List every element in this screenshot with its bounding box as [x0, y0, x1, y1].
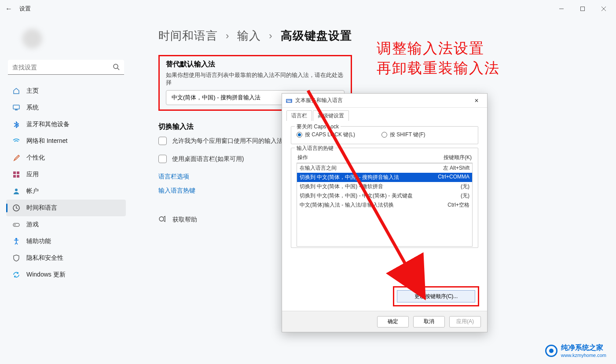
sidebar-item-system[interactable]: 系统: [6, 99, 126, 116]
search-input[interactable]: [8, 60, 124, 75]
override-title: 替代默认输入法: [166, 60, 345, 69]
keyboard-icon: [286, 97, 293, 104]
back-button[interactable]: ←: [4, 5, 14, 13]
svg-rect-20: [290, 100, 290, 101]
override-desc: 如果你想使用与语言列表中最靠前的输入法不同的输入法，请在此处选择: [166, 72, 345, 87]
ok-button[interactable]: 确定: [377, 316, 409, 328]
per-app-checkbox[interactable]: [158, 137, 167, 145]
svg-rect-8: [13, 171, 16, 174]
close-icon[interactable]: [594, 3, 613, 15]
wifi-icon: [12, 137, 20, 145]
sidebar-item-update[interactable]: Windows 更新: [6, 266, 126, 283]
col-keyseq: 按键顺序(K): [444, 154, 472, 161]
sidebar-item-privacy[interactable]: 隐私和安全性: [6, 250, 126, 266]
sidebar-item-label: 蓝牙和其他设备: [26, 120, 70, 128]
svg-point-15: [16, 238, 17, 240]
breadcrumb-input[interactable]: 输入: [237, 28, 261, 44]
svg-rect-1: [581, 7, 585, 11]
table-row[interactable]: 中文(简体)输入法 - 输入法/非输入法切换Ctrl+空格: [297, 200, 472, 210]
tab-advanced[interactable]: 高级键设置: [313, 110, 349, 121]
sidebar-item-label: 应用: [26, 171, 39, 178]
system-icon: [12, 104, 20, 112]
game-icon: [12, 221, 20, 229]
annotation-text: 调整输入法设置 再卸载重装输入法: [377, 39, 500, 78]
svg-rect-19: [288, 100, 289, 101]
sidebar-item-account[interactable]: 帐户: [6, 183, 126, 200]
svg-point-4: [114, 64, 118, 69]
chevron-right-icon: ›: [226, 30, 229, 42]
text-services-dialog: 文本服务和输入语言 ✕ 语言栏 高级键设置 要关闭 Caps Lock 按 CA…: [282, 93, 488, 332]
sidebar-item-label: 主页: [26, 87, 39, 95]
user-block: [10, 25, 122, 52]
table-row[interactable]: 切换到 中文(简体，中国) - 搜狗拼音输入法Ctrl+COMMA: [297, 173, 472, 182]
table-row[interactable]: 在输入语言之间左 Alt+Shift: [297, 164, 472, 173]
sidebar-item-label: 个性化: [26, 154, 45, 162]
watermark: 纯净系统之家 www.kzmyhome.com: [545, 343, 606, 358]
tab-langbar[interactable]: 语言栏: [286, 110, 312, 121]
minimize-icon[interactable]: [552, 3, 571, 15]
time-icon: [12, 204, 20, 212]
privacy-icon: [12, 254, 20, 262]
svg-point-16: [159, 217, 164, 221]
sidebar-item-label: 辅助功能: [26, 237, 51, 245]
langbar-checkbox[interactable]: [158, 155, 167, 163]
help-icon: [158, 215, 166, 224]
svg-rect-10: [13, 175, 16, 178]
sidebar-item-label: 网络和 Internet: [26, 137, 67, 145]
change-keyseq-button[interactable]: 更改按键顺序(C)...: [397, 290, 475, 302]
hotkey-table[interactable]: 在输入语言之间左 Alt+Shift切换到 中文(简体，中国) - 搜狗拼音输入…: [297, 163, 473, 247]
apply-button[interactable]: 应用(A): [449, 316, 481, 328]
sidebar-item-label: 系统: [26, 104, 39, 112]
sidebar-item-wifi[interactable]: 网络和 Internet: [6, 133, 126, 149]
cancel-button[interactable]: 取消: [413, 316, 445, 328]
sidebar-item-brush[interactable]: 个性化: [6, 149, 126, 166]
langbar-label: 使用桌面语言栏(如果可用): [172, 155, 244, 163]
help-link[interactable]: 获取帮助: [172, 216, 197, 224]
breadcrumb-time[interactable]: 时间和语言: [158, 28, 218, 44]
table-row[interactable]: 切换到 中文(简体，中国) - 中文(简体) - 美式键盘(无): [297, 191, 472, 200]
access-icon: [12, 237, 20, 245]
svg-rect-18: [287, 100, 288, 101]
sidebar-item-access[interactable]: 辅助功能: [6, 233, 126, 250]
breadcrumb-current: 高级键盘设置: [281, 28, 352, 44]
caps-legend: 要关闭 Caps Lock: [295, 123, 341, 131]
dialog-close-icon[interactable]: ✕: [469, 98, 484, 104]
sidebar-item-label: 时间和语言: [26, 204, 57, 212]
home-icon: [12, 87, 20, 95]
sidebar-item-label: 隐私和安全性: [26, 254, 63, 262]
search-icon[interactable]: [113, 63, 120, 72]
sidebar: 主页系统蓝牙和其他设备网络和 Internet个性化应用帐户时间和语言游戏辅助功…: [0, 18, 132, 283]
svg-rect-11: [17, 175, 19, 178]
sidebar-item-label: 游戏: [26, 221, 39, 229]
sidebar-item-home[interactable]: 主页: [6, 83, 126, 99]
sidebar-item-game[interactable]: 游戏: [6, 216, 126, 233]
bluetooth-icon: [12, 120, 20, 128]
svg-point-12: [15, 189, 18, 191]
account-icon: [12, 187, 20, 195]
svg-rect-6: [13, 105, 19, 109]
apps-icon: [12, 171, 20, 178]
window-title: 设置: [19, 5, 31, 13]
svg-rect-14: [13, 223, 19, 226]
sidebar-item-label: 帐户: [26, 187, 39, 195]
sidebar-item-bluetooth[interactable]: 蓝牙和其他设备: [6, 116, 126, 133]
maximize-icon[interactable]: [573, 3, 592, 15]
sidebar-item-time[interactable]: 时间和语言: [6, 200, 126, 216]
update-icon: [12, 271, 20, 279]
watermark-logo-icon: [545, 345, 557, 357]
dropdown-value: 中文(简体，中国) - 搜狗拼音输入法: [172, 94, 260, 102]
radio-capslock[interactable]: 按 CAPS LOCK 键(L): [297, 131, 355, 138]
table-row[interactable]: 切换到 中文(简体，中国) - 微软拼音(无): [297, 182, 472, 191]
radio-shift[interactable]: 按 SHIFT 键(F): [381, 131, 425, 138]
svg-rect-21: [287, 101, 291, 102]
svg-rect-9: [17, 171, 19, 174]
sidebar-item-label: Windows 更新: [26, 271, 66, 279]
change-keyseq-highlight: 更改按键顺序(C)...: [393, 286, 479, 306]
svg-rect-7: [15, 109, 18, 110]
col-action: 操作: [297, 154, 308, 161]
sidebar-item-apps[interactable]: 应用: [6, 166, 126, 183]
hotkey-legend: 输入语言的热键: [295, 145, 335, 152]
per-app-label: 允许我为每个应用窗口使用不同的输入法: [172, 137, 283, 145]
chevron-right-icon: ›: [269, 30, 272, 42]
brush-icon: [12, 154, 20, 162]
